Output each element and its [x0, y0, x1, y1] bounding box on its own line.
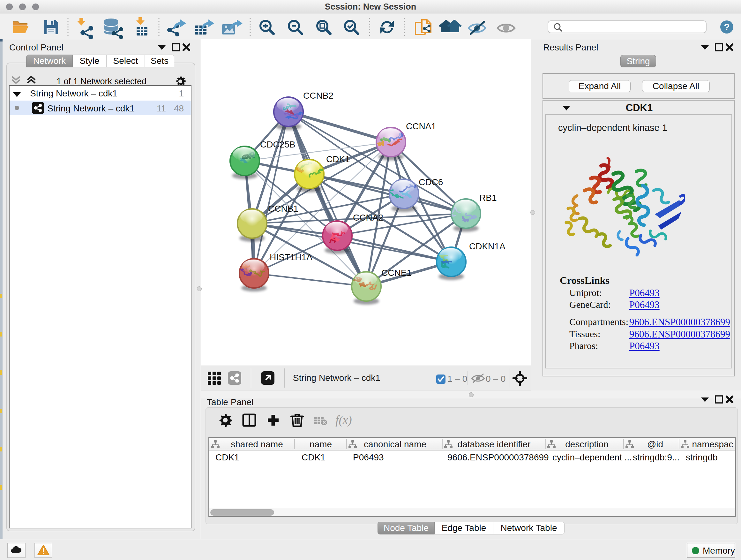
svg-text:name: name [310, 439, 332, 449]
svg-text:namespac: namespac [692, 439, 733, 449]
svg-text:@id: @id [647, 439, 663, 449]
svg-text:CCNB1: CCNB1 [268, 204, 298, 213]
svg-text:CCNA1: CCNA1 [406, 121, 436, 131]
svg-text:CDKN1A: CDKN1A [469, 241, 506, 251]
svg-text:CCNA2: CCNA2 [353, 212, 383, 223]
svg-text:description: description [565, 439, 608, 449]
svg-text:canonical name: canonical name [364, 439, 426, 449]
svg-text:CDC6: CDC6 [419, 177, 443, 187]
svg-text:database identifier: database identifier [458, 439, 531, 449]
svg-text:CCNE1: CCNE1 [381, 268, 412, 278]
svg-text:RB1: RB1 [479, 193, 496, 203]
svg-text:HIST1H1A: HIST1H1A [270, 252, 313, 262]
svg-text:f(x): f(x) [335, 414, 352, 427]
svg-text:CCNB2: CCNB2 [303, 91, 333, 101]
svg-text:CDK1: CDK1 [326, 154, 350, 164]
svg-text:shared name: shared name [231, 439, 283, 449]
svg-text:CDC25B: CDC25B [260, 139, 295, 149]
